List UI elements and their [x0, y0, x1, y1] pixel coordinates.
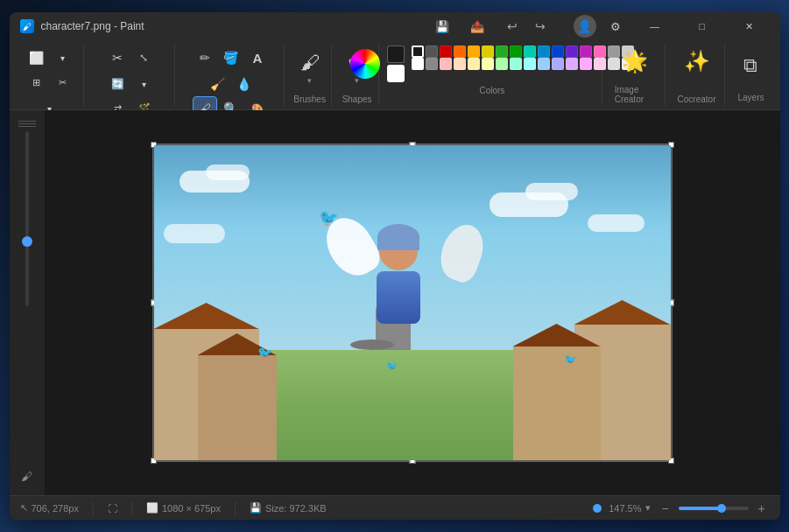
shapes-label: Shapes: [342, 94, 372, 104]
redo-button[interactable]: ↪: [528, 14, 553, 38]
undo-button[interactable]: ↩: [500, 14, 525, 38]
color-swatch[interactable]: [566, 46, 578, 58]
bird-2: 🐦: [564, 354, 577, 366]
color-swatch[interactable]: [440, 46, 452, 58]
zoom-track[interactable]: [25, 131, 29, 306]
building-right-2: [513, 346, 601, 460]
color-swatch[interactable]: [510, 58, 522, 70]
title-bar-icons: 💾 📤 ↩ ↪: [430, 14, 553, 38]
save-icon-btn[interactable]: 💾: [430, 14, 454, 38]
toolbar-group-image-creator[interactable]: 🌟 Image Creator: [606, 44, 666, 106]
cursor-position: ↖ 706, 278px: [20, 502, 79, 514]
size-icon: 💾: [250, 502, 262, 514]
toolbar-group-cocreator[interactable]: ✨ Cocreator: [669, 44, 726, 106]
cloud-2: [206, 164, 250, 180]
color-swatch[interactable]: [454, 46, 466, 58]
char-helmet: [377, 224, 419, 250]
toolbar-group-brushes: 🖌 ▾ Brushes: [288, 44, 332, 106]
share-icon-btn[interactable]: 📤: [465, 14, 490, 38]
expand-icon: ⛶: [108, 503, 117, 514]
color-swatch[interactable]: [426, 58, 438, 70]
cloud-5: [164, 224, 225, 243]
fill-btn[interactable]: 🪣: [219, 46, 243, 70]
settings-icon-btn[interactable]: ⚙: [603, 14, 628, 38]
color-row-1: [412, 46, 634, 58]
color-swatch[interactable]: [426, 46, 438, 58]
brushes-btn[interactable]: 🖌 ▾: [294, 46, 326, 91]
color-swatches: [412, 46, 634, 70]
zoom-percentage[interactable]: 147.5% ▾: [609, 502, 650, 514]
resize-btn[interactable]: ⤡: [131, 46, 156, 70]
color-wheel-btn[interactable]: [350, 49, 380, 79]
canvas-dimensions: ⬜ 1080 × 675px: [146, 502, 221, 514]
color-swatch[interactable]: [594, 58, 606, 70]
brushes-label: Brushes: [293, 94, 326, 104]
sidebar-tool-icon[interactable]: 🖌: [15, 464, 39, 488]
selection-rect-btn[interactable]: ⬜: [25, 46, 49, 70]
undo-redo-group: ↩ ↪: [500, 14, 553, 38]
resize-status: ⛶: [108, 503, 117, 514]
color-swatch[interactable]: [566, 58, 578, 70]
color-swatch[interactable]: [482, 46, 494, 58]
building-left-2: [198, 355, 277, 460]
status-bar-right: 147.5% ▾ − +: [593, 500, 769, 516]
canvas-image[interactable]: 🐦 🐦 🐦 🐦: [154, 145, 671, 460]
zoom-slider-h[interactable]: [679, 507, 749, 510]
fg-color-box[interactable]: [387, 46, 405, 63]
color-swatch[interactable]: [538, 58, 550, 70]
zoom-percent-text: 147.5%: [609, 503, 641, 514]
color-swatch[interactable]: [496, 46, 508, 58]
text-btn[interactable]: A: [245, 46, 270, 70]
select-free-btn[interactable]: ✂: [51, 70, 75, 94]
tools-row1: ✏ 🪣 A 🧹 💧: [184, 46, 279, 96]
user-avatar[interactable]: 👤: [574, 15, 596, 38]
selection-tools: ⬜ ▾: [25, 46, 75, 70]
pencil-btn[interactable]: ✏: [193, 46, 217, 70]
image-creator-label: Image Creator: [615, 85, 656, 104]
zoom-thumb-h[interactable]: [717, 504, 726, 513]
crop-btn[interactable]: ✂: [105, 46, 130, 70]
zoom-in-btn[interactable]: +: [754, 500, 770, 516]
bg-color-box[interactable]: [387, 65, 405, 82]
maximize-button[interactable]: □: [682, 12, 722, 40]
color-swatch[interactable]: [468, 58, 480, 70]
toolbar-group-layers[interactable]: ⧉ Layers: [729, 44, 772, 106]
eraser-btn[interactable]: 🧹: [206, 72, 230, 96]
color-swatch[interactable]: [412, 46, 424, 58]
zoom-out-btn[interactable]: −: [658, 500, 673, 516]
color-swatch[interactable]: [440, 58, 452, 70]
close-button[interactable]: ✕: [729, 12, 770, 40]
canvas-wrapper: 🐦 🐦 🐦 🐦: [153, 144, 672, 461]
zoom-controls: − +: [658, 500, 770, 516]
color-swatch[interactable]: [454, 58, 466, 70]
rotate-btn[interactable]: 🔄: [105, 72, 130, 96]
zoom-thumb[interactable]: [22, 236, 32, 247]
color-swatch[interactable]: [552, 46, 564, 58]
color-swatch[interactable]: [580, 58, 592, 70]
color-swatch[interactable]: [524, 46, 536, 58]
minimize-button[interactable]: —: [635, 12, 675, 40]
color-swatch[interactable]: [482, 58, 494, 70]
color-swatch[interactable]: [580, 46, 592, 58]
select-all-btn[interactable]: ⊞: [25, 70, 49, 94]
dimensions-icon: ⬜: [146, 502, 159, 514]
zoom-level-display: [593, 504, 602, 513]
color-swatch[interactable]: [510, 46, 522, 58]
title-bar-left: 🖌 character7.png - Paint: [20, 19, 144, 33]
color-picker-btn[interactable]: 💧: [232, 72, 257, 96]
color-row-2: [412, 58, 634, 70]
selection-dropdown[interactable]: ▾: [51, 46, 75, 70]
color-swatch[interactable]: [496, 58, 508, 70]
bird-1: 🐦: [257, 346, 272, 360]
canvas-container[interactable]: 🐦 🐦 🐦 🐦: [45, 110, 780, 495]
toolbar-ribbon: ⬜ ▾ ⊞ ✂ ▾ Selection ✂ ⤡ 🔄 ▾ ⇄ 🪄 ▾: [10, 40, 780, 110]
color-swatch[interactable]: [594, 46, 606, 58]
color-swatch[interactable]: [412, 58, 424, 70]
color-swatch[interactable]: [538, 46, 550, 58]
img-dropdown[interactable]: ▾: [131, 72, 156, 96]
color-swatch[interactable]: [552, 58, 564, 70]
colors-label: Colors: [479, 86, 504, 95]
color-swatch[interactable]: [468, 46, 480, 58]
color-swatch[interactable]: [524, 58, 536, 70]
app-icon: 🖌: [20, 19, 34, 33]
